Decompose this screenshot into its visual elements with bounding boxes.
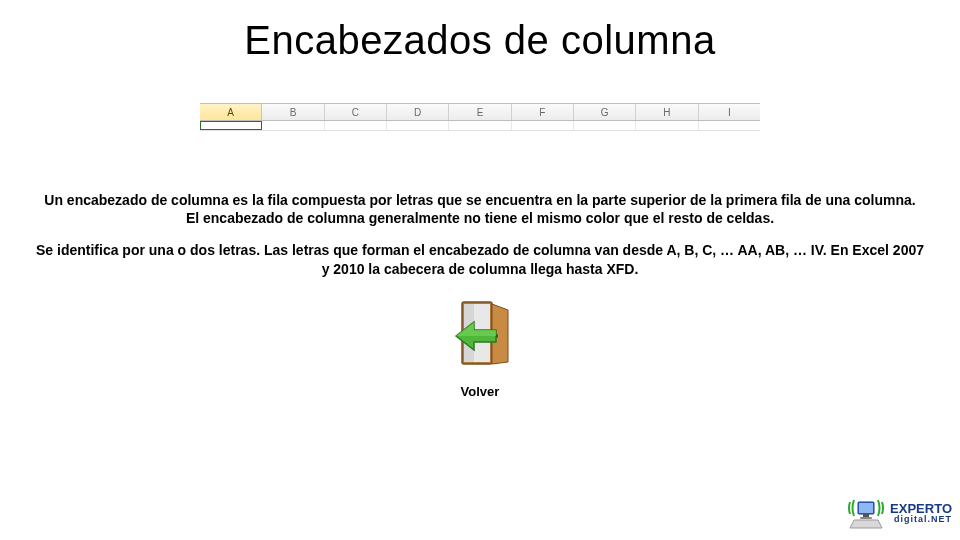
cell <box>262 121 324 130</box>
column-header-i: I <box>699 104 760 120</box>
column-header-e: E <box>449 104 511 120</box>
column-header-c: C <box>325 104 387 120</box>
paragraph-2: Se identifica por una o dos letras. Las … <box>32 241 928 277</box>
logo-text: EXPERTO digital.NET <box>890 502 952 524</box>
page-title: Encabezados de columna <box>0 18 960 63</box>
logo-sub: digital.NET <box>890 515 952 524</box>
back-label: Volver <box>0 384 960 399</box>
cell <box>636 121 698 130</box>
svg-rect-6 <box>863 514 869 517</box>
cell <box>387 121 449 130</box>
svg-rect-7 <box>860 517 872 519</box>
cell <box>200 121 262 130</box>
cell <box>512 121 574 130</box>
paragraph-1-rest: es la fila compuesta por letras que se e… <box>186 192 916 226</box>
logo: EXPERTO digital.NET <box>846 496 952 530</box>
cell <box>325 121 387 130</box>
back-button[interactable]: Volver <box>0 296 960 399</box>
cell <box>449 121 511 130</box>
logo-icon <box>846 496 886 530</box>
column-headers-illustration: ABCDEFGHI <box>200 103 760 131</box>
column-header-a: A <box>200 104 262 120</box>
paragraph-1-bold: Un encabezado de columna <box>44 192 228 208</box>
column-header-f: F <box>512 104 574 120</box>
door-arrow-icon <box>440 296 520 376</box>
svg-rect-5 <box>859 503 873 513</box>
column-header-b: B <box>262 104 324 120</box>
paragraph-1: Un encabezado de columna es la fila comp… <box>40 191 920 227</box>
column-header-h: H <box>636 104 698 120</box>
column-header-d: D <box>387 104 449 120</box>
cell <box>699 121 760 130</box>
cell <box>574 121 636 130</box>
column-header-g: G <box>574 104 636 120</box>
